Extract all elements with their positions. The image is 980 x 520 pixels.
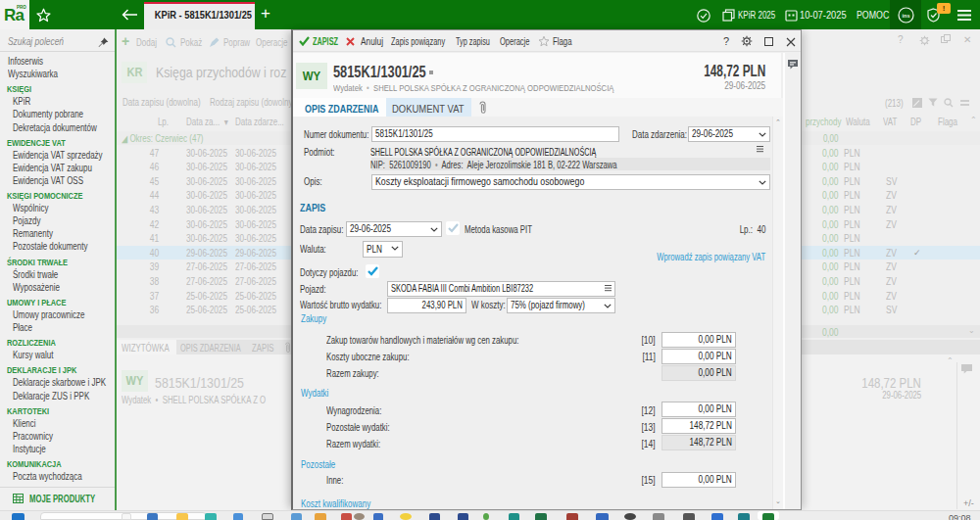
svg-text:ins: ins	[903, 13, 910, 19]
